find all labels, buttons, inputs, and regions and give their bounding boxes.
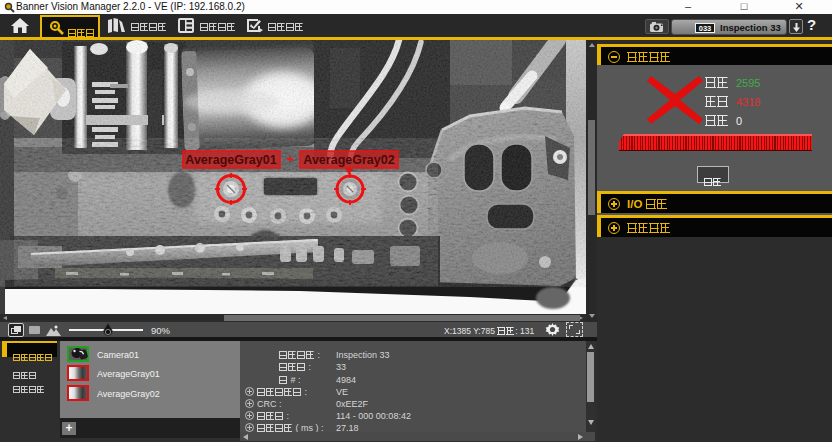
svg-text:AverageGray02: AverageGray02 [303, 153, 394, 167]
svg-text:AverageGray01: AverageGray01 [185, 153, 276, 167]
